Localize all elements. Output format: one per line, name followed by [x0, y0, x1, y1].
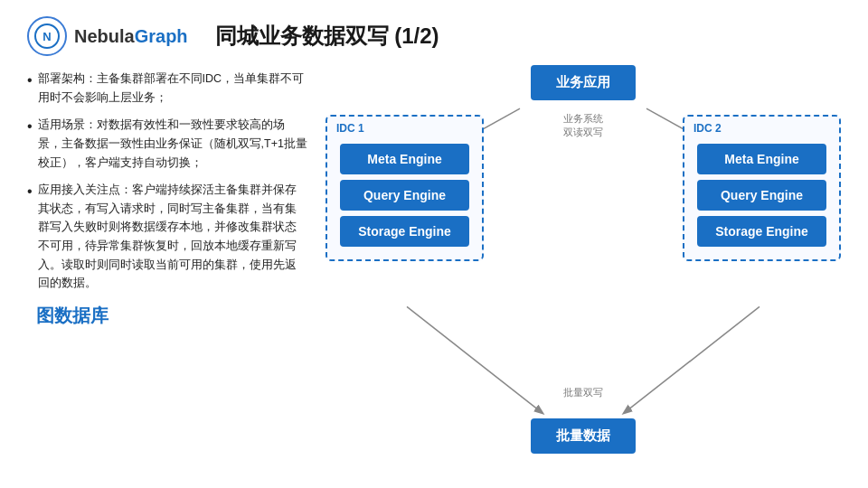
logo-icon: N [27, 16, 67, 56]
query-engine-2: Query Engine [697, 180, 826, 211]
idc1-container: IDC 1 Meta Engine Query Engine Storage E… [326, 115, 484, 261]
idc2-container: IDC 2 Meta Engine Query Engine Storage E… [683, 115, 841, 261]
svg-line-4 [407, 306, 542, 413]
list-item: • 部署架构：主备集群部署在不同IDC，当单集群不可用时不会影响上层业务； [27, 70, 307, 107]
bullet-dot: • [27, 117, 33, 172]
list-item: • 适用场景：对数据有效性和一致性要求较高的场景，主备数据一致性由业务保证（随机… [27, 116, 307, 172]
biz-app-label: 业务应用 [556, 74, 610, 89]
svg-text:N: N [42, 30, 51, 43]
bullet-text-1: 部署架构：主备集群部署在不同IDC，当单集群不可用时不会影响上层业务； [38, 70, 307, 107]
logo-text: NebulaGraph [74, 26, 188, 47]
bullet-dot: • [27, 71, 33, 107]
bullet-list: • 部署架构：主备集群部署在不同IDC，当单集群不可用时不会影响上层业务； • … [27, 70, 307, 293]
logo-nebula: Nebula [74, 26, 135, 46]
biz-app-box: 业务应用 [531, 65, 636, 100]
list-item: • 应用接入关注点：客户端持续探活主备集群并保存其状态，有写入请求时，同时写主备… [27, 181, 307, 293]
biz-annotation: 业务系统 双读双写 [563, 112, 603, 140]
left-panel: • 部署架构：主备集群部署在不同IDC，当单集群不可用时不会影响上层业务； • … [27, 65, 307, 481]
bullet-text-2: 适用场景：对数据有效性和一致性要求较高的场景，主备数据一致性由业务保证（随机双写… [38, 116, 307, 172]
storage-engine-2: Storage Engine [697, 216, 826, 247]
query-engine-1: Query Engine [340, 180, 469, 211]
logo-graph: Graph [135, 26, 188, 46]
header: N NebulaGraph 同城业务数据双写 (1/2) [0, 0, 868, 65]
storage-engine-1: Storage Engine [340, 216, 469, 247]
idc1-label: IDC 1 [336, 122, 364, 135]
svg-line-5 [624, 306, 760, 413]
batch-data-box: 批量数据 [531, 418, 636, 454]
bullet-text-3: 应用接入关注点：客户端持续探活主备集群并保存其状态，有写入请求时，同时写主备集群… [38, 181, 307, 293]
main-content: • 部署架构：主备集群部署在不同IDC，当单集群不可用时不会影响上层业务； • … [0, 65, 868, 481]
idc2-label: IDC 2 [693, 122, 722, 135]
page-title: 同城业务数据双写 (1/2) [215, 22, 439, 51]
annotation-top-line2: 双读双写 [563, 127, 603, 137]
logo: N NebulaGraph [27, 16, 188, 56]
right-panel: 业务应用 业务系统 双读双写 IDC 1 Meta Engine Query E… [326, 65, 841, 481]
meta-engine-2: Meta Engine [697, 144, 826, 174]
annotation-bottom: 批量双写 [563, 387, 603, 398]
graph-db-label: 图数据库 [36, 304, 307, 328]
batch-annotation: 批量双写 [563, 386, 603, 399]
meta-engine-1: Meta Engine [340, 144, 469, 174]
batch-data-label: 批量数据 [556, 427, 610, 443]
annotation-top-line1: 业务系统 [563, 113, 603, 124]
bullet-dot: • [27, 183, 33, 293]
